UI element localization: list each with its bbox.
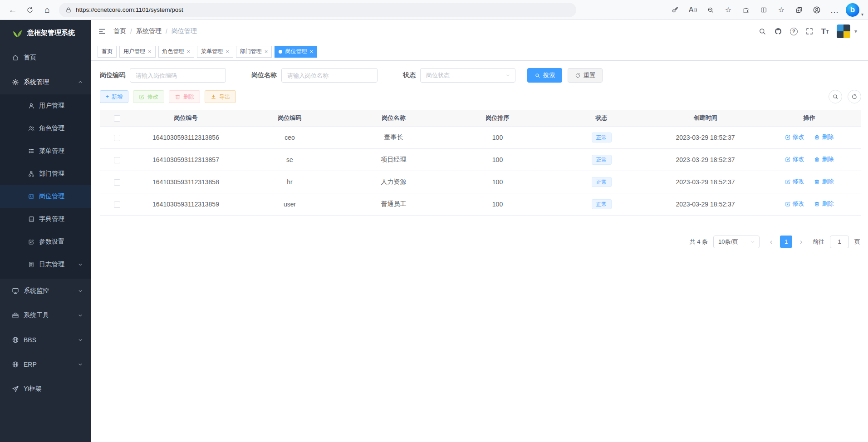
post-name-input[interactable] [281,68,378,83]
reset-button[interactable]: 重置 [568,68,603,83]
close-icon[interactable]: × [309,49,313,54]
tab-user-mgmt[interactable]: 用户管理× [119,46,156,58]
browser-back-button[interactable]: ← [5,2,21,18]
sidebar-item-users[interactable]: 用户管理 [0,94,91,117]
row-edit-button[interactable]: 修改 [785,133,804,141]
tab-home[interactable]: 首页 [98,46,117,58]
row-checkbox[interactable] [114,179,120,186]
row-checkbox[interactable] [114,157,120,163]
zoom-button[interactable] [702,2,719,18]
collections-button[interactable] [791,2,807,18]
row-delete-button[interactable]: 删除 [814,177,834,186]
sidebar-menu: 首页 系统管理 用户管理 角色管理 菜单管理 [0,45,91,401]
row-edit-button[interactable]: 修改 [785,155,804,163]
cell-post-sort: 100 [446,171,549,193]
status-badge: 正常 [592,177,612,187]
select-all-checkbox[interactable] [114,115,120,122]
export-button[interactable]: 导出 [205,90,236,103]
close-icon[interactable]: × [226,49,229,54]
breadcrumb: 首页 / 系统管理 / 岗位管理 [113,27,197,35]
url-text: https://ccnetcore.com:1101/system/post [76,6,183,13]
github-button[interactable] [774,27,782,35]
profile-button[interactable] [809,2,825,18]
search-button[interactable]: 搜索 [527,68,562,83]
table-row: 1641030593112313856 ceo 董事长 100 正常 2023-… [100,126,861,148]
browser-menu-button[interactable]: … [826,2,843,18]
split-screen-icon [760,6,767,14]
breadcrumb-system[interactable]: 系统管理 [136,27,162,35]
browser-home-button[interactable]: ⌂ [39,2,55,18]
address-bar[interactable]: https://ccnetcore.com:1101/system/post [59,3,576,17]
close-icon[interactable]: × [187,49,191,54]
next-page-button[interactable]: › [795,236,807,248]
avatar-caret-icon[interactable]: ▾ [854,28,857,34]
password-manager-button[interactable] [667,2,683,18]
breadcrumb-home[interactable]: 首页 [113,27,126,35]
search-icon [758,27,766,35]
add-favorite-button[interactable]: ☆ [720,2,736,18]
tab-dept-mgmt[interactable]: 部门管理× [236,46,272,58]
sidebar-item-posts[interactable]: 岗位管理 [0,185,91,208]
user-avatar[interactable] [837,25,850,38]
delete-button[interactable]: 删除 [169,90,200,103]
globe-icon [12,361,19,368]
row-delete-button[interactable]: 删除 [814,133,834,141]
goto-page-input[interactable] [830,236,849,248]
monitor-icon [12,287,19,295]
chevron-up-icon [77,79,83,85]
close-icon[interactable]: × [148,49,152,54]
sidebar-item-logs[interactable]: 日志管理 [0,253,91,276]
favorites-button[interactable]: ☆ [773,2,790,18]
bing-button[interactable]: b [846,3,859,17]
row-delete-button[interactable]: 删除 [814,200,834,208]
read-aloud-button[interactable]: A [685,2,701,18]
page-1-button[interactable]: 1 [780,236,792,248]
sidebar-item-system-mgmt[interactable]: 系统管理 [0,70,91,94]
page-size-select[interactable]: 10条/页 [713,236,760,248]
add-button[interactable]: + 新增 [100,90,128,103]
help-button[interactable]: ? [790,28,798,35]
sidebar-item-bbs[interactable]: BBS [0,328,91,352]
tab-menu-mgmt[interactable]: 菜单管理× [197,46,233,58]
sidebar-item-menus[interactable]: 菜单管理 [0,140,91,162]
header-search-button[interactable] [758,27,766,35]
browser-refresh-button[interactable] [22,2,38,18]
prev-page-button[interactable]: ‹ [765,236,777,248]
font-size-button[interactable]: TT [821,28,829,35]
edit-button[interactable]: 修改 [133,90,164,103]
cell-post-name: 普通员工 [342,193,446,215]
cell-post-sort: 100 [446,126,549,148]
pencil-icon [785,179,791,185]
sidebar-item-dictionary[interactable]: 字典管理 [0,208,91,231]
sound-waves-icon [694,7,697,13]
github-icon [774,27,782,35]
sidebar-item-home[interactable]: 首页 [0,45,91,70]
refresh-icon [575,73,581,79]
post-code-input[interactable] [130,68,226,83]
sidebar-item-yi-framework[interactable]: Yi框架 [0,377,91,401]
refresh-table-button[interactable] [848,90,861,103]
sidebar-item-monitor[interactable]: 系统监控 [0,279,91,303]
posts-table: 岗位编号 岗位编码 岗位名称 岗位排序 状态 创建时间 操作 164103059… [100,110,861,216]
row-edit-button[interactable]: 修改 [785,177,804,186]
row-checkbox[interactable] [114,201,120,208]
sidebar-item-departments[interactable]: 部门管理 [0,162,91,185]
close-icon[interactable]: × [265,49,268,54]
toggle-search-button[interactable] [829,90,842,103]
sidebar-item-erp[interactable]: ERP [0,352,91,377]
split-screen-button[interactable] [755,2,772,18]
row-checkbox[interactable] [114,135,120,141]
row-delete-button[interactable]: 删除 [814,155,834,163]
breadcrumb-separator: / [130,28,132,35]
status-select[interactable]: 岗位状态 [420,68,515,83]
search-icon [535,73,540,79]
tab-post-mgmt[interactable]: 岗位管理× [275,46,317,58]
sidebar-item-parameters[interactable]: 参数设置 [0,231,91,253]
sidebar-item-tools[interactable]: 系统工具 [0,303,91,328]
extensions-button[interactable] [738,2,754,18]
fullscreen-button[interactable] [805,27,814,35]
sidebar-item-roles[interactable]: 角色管理 [0,117,91,140]
tab-role-mgmt[interactable]: 角色管理× [158,46,195,58]
sidebar-collapse-button[interactable] [98,27,106,35]
row-edit-button[interactable]: 修改 [785,200,804,208]
